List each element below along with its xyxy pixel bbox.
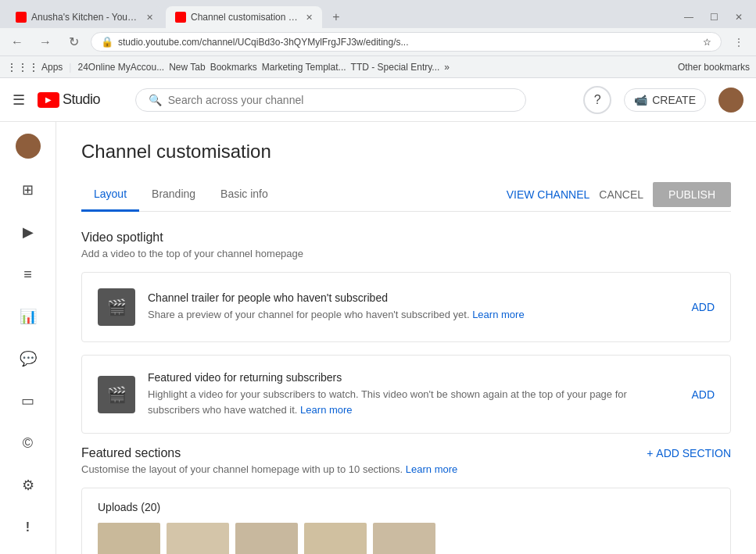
search-wrapper[interactable]: 🔍 bbox=[135, 88, 526, 112]
youtube-logo-icon bbox=[38, 92, 59, 108]
content-area: Channel customisation Layout Branding Ba… bbox=[56, 122, 756, 554]
app-container: ☰ Studio 🔍 ? 📹 CREATE ⊞ bbox=[0, 78, 756, 554]
tab1-close[interactable]: ✕ bbox=[146, 13, 153, 23]
featured-video-desc: Highlight a video for your subscribers t… bbox=[148, 387, 679, 417]
featured-video-icon: 🎬 bbox=[98, 376, 135, 413]
address-bar[interactable]: 🔒 studio.youtube.com/channel/UCqiBd3o-3h… bbox=[91, 32, 722, 52]
tab-actions: VIEW CHANNEL CANCEL PUBLISH bbox=[507, 182, 731, 207]
sidebar-item-analytics[interactable]: 📊 bbox=[3, 297, 53, 336]
extensions-button[interactable]: ⋮ bbox=[728, 31, 750, 53]
channel-trailer-learn-more[interactable]: Learn more bbox=[472, 309, 524, 320]
add-section-button[interactable]: + ADD SECTION bbox=[647, 447, 731, 459]
create-button[interactable]: 📹 CREATE bbox=[624, 88, 706, 112]
tab-branding[interactable]: Branding bbox=[139, 178, 208, 212]
minimize-button[interactable]: — bbox=[678, 6, 700, 28]
create-video-icon: 📹 bbox=[634, 94, 647, 106]
copyright-icon: © bbox=[23, 435, 33, 452]
tab1-label: Anusha's Kitchen - YouTube bbox=[31, 12, 138, 23]
studio-logo-text: Studio bbox=[63, 91, 100, 108]
tab-basicinfo[interactable]: Basic info bbox=[208, 178, 281, 212]
captions-icon: ▭ bbox=[21, 392, 34, 409]
back-button[interactable]: ← bbox=[6, 31, 28, 53]
browser-addressbar: ← → ↻ 🔒 studio.youtube.com/channel/UCqiB… bbox=[0, 28, 756, 56]
channel-trailer-title: Channel trailer for people who haven't s… bbox=[148, 291, 679, 304]
sidebar-item-comments[interactable]: 💬 bbox=[3, 339, 53, 378]
tab-anushas-kitchen[interactable]: Anusha's Kitchen - YouTube ✕ bbox=[6, 6, 163, 28]
refresh-button[interactable]: ↻ bbox=[63, 31, 84, 53]
tab2-close[interactable]: ✕ bbox=[306, 13, 313, 23]
sidebar-item-subtitles[interactable]: ≡ bbox=[3, 255, 53, 294]
content-icon: ▶ bbox=[23, 223, 34, 241]
cancel-button[interactable]: CANCEL bbox=[599, 188, 643, 201]
more-bookmarks-button[interactable]: » bbox=[444, 62, 450, 73]
channel-trailer-card: 🎬 Channel trailer for people who haven't… bbox=[81, 272, 731, 342]
sidebar-item-avatar[interactable] bbox=[3, 128, 53, 167]
channel-trailer-add-button[interactable]: ADD bbox=[691, 301, 715, 313]
lock-icon: 🔒 bbox=[101, 36, 113, 48]
featured-video-add-button[interactable]: ADD bbox=[691, 388, 715, 401]
star-icon[interactable]: ☆ bbox=[703, 37, 711, 48]
thumbnail-1 bbox=[98, 523, 160, 554]
analytics-icon: 📊 bbox=[20, 308, 37, 325]
bookmark-ttd-label: TTD - Special Entry... bbox=[351, 62, 440, 73]
publish-button[interactable]: PUBLISH bbox=[653, 182, 731, 207]
featured-sections-desc: Customise the layout of your channel hom… bbox=[81, 463, 731, 475]
settings-icon: ⚙ bbox=[22, 477, 34, 494]
sidebar-item-dashboard[interactable]: ⊞ bbox=[3, 170, 53, 209]
bookmark-24online-label: 24Online MyAccou... bbox=[77, 62, 164, 73]
featured-sections-title: Featured sections bbox=[81, 446, 181, 460]
uploads-card: Uploads (20) bbox=[81, 488, 731, 554]
featured-sections-learn-more[interactable]: Learn more bbox=[406, 463, 457, 475]
hamburger-menu-icon[interactable]: ☰ bbox=[13, 91, 25, 109]
window-controls: — ☐ ✕ bbox=[678, 6, 750, 28]
search-input[interactable] bbox=[168, 94, 513, 106]
new-tab-button[interactable]: + bbox=[325, 6, 347, 28]
close-button[interactable]: ✕ bbox=[728, 6, 750, 28]
apps-icon: ⋮⋮⋮ bbox=[6, 61, 39, 73]
sidebar-item-copyright[interactable]: © bbox=[3, 424, 53, 463]
logo[interactable]: Studio bbox=[38, 91, 100, 108]
other-bookmarks[interactable]: Other bookmarks bbox=[678, 62, 750, 73]
help-icon[interactable]: ? bbox=[583, 86, 611, 114]
sidebar-item-settings[interactable]: ⚙ bbox=[3, 466, 53, 505]
sidebar-avatar bbox=[16, 134, 41, 159]
user-avatar[interactable] bbox=[718, 88, 743, 113]
view-channel-button[interactable]: VIEW CHANNEL bbox=[507, 188, 590, 201]
bookmark-ttd[interactable]: TTD - Special Entry... bbox=[351, 62, 440, 73]
apps-bookmark[interactable]: ⋮⋮⋮ Apps bbox=[6, 61, 63, 73]
sidebar-item-captions[interactable]: ▭ bbox=[3, 381, 53, 420]
video-spotlight-desc: Add a video to the top of your channel h… bbox=[81, 248, 731, 259]
maximize-button[interactable]: ☐ bbox=[703, 6, 725, 28]
tab-layout[interactable]: Layout bbox=[81, 178, 139, 212]
browser-chrome: Anusha's Kitchen - YouTube ✕ Channel cus… bbox=[0, 0, 756, 78]
sidebar-item-content[interactable]: ▶ bbox=[3, 213, 53, 252]
tab2-favicon bbox=[175, 12, 186, 23]
uploads-title: Uploads (20) bbox=[98, 501, 715, 513]
bookmarks-bar: ⋮⋮⋮ Apps | 24Online MyAccou... New Tab B… bbox=[0, 56, 756, 78]
channel-trailer-content: Channel trailer for people who haven't s… bbox=[148, 291, 679, 323]
address-icons: ☆ bbox=[703, 37, 711, 48]
bookmark-24online[interactable]: 24Online MyAccou... bbox=[77, 62, 164, 73]
bookmark-bookmarks[interactable]: Bookmarks bbox=[210, 62, 257, 73]
bookmark-marketing[interactable]: Marketing Templat... bbox=[262, 62, 346, 73]
featured-video-learn-more[interactable]: Learn more bbox=[300, 404, 352, 416]
app-header: ☰ Studio 🔍 ? 📹 CREATE bbox=[0, 78, 756, 122]
forward-button[interactable]: → bbox=[34, 31, 56, 53]
channel-trailer-icon: 🎬 bbox=[98, 288, 135, 326]
search-bar: 🔍 bbox=[135, 88, 526, 112]
bookmark-bookmarks-label: Bookmarks bbox=[210, 62, 257, 73]
featured-video-content: Featured video for returning subscribers… bbox=[148, 371, 679, 417]
bookmark-newtab[interactable]: New Tab bbox=[169, 62, 205, 73]
feedback-icon: ! bbox=[26, 520, 30, 534]
tab-channel-customisation[interactable]: Channel customisation - YouTu... ✕ bbox=[166, 6, 322, 28]
sidebar-item-feedback[interactable]: ! bbox=[3, 508, 53, 547]
dashboard-icon: ⊞ bbox=[22, 181, 34, 198]
film-icon: 🎬 bbox=[107, 298, 127, 316]
add-section-label: ADD SECTION bbox=[656, 447, 731, 459]
thumbnail-3 bbox=[235, 523, 298, 554]
tab1-favicon bbox=[16, 12, 27, 23]
search-icon: 🔍 bbox=[149, 94, 162, 106]
tab2-label: Channel customisation - YouTu... bbox=[191, 12, 298, 23]
thumbnail-4 bbox=[304, 523, 367, 554]
plus-icon: + bbox=[647, 447, 653, 459]
